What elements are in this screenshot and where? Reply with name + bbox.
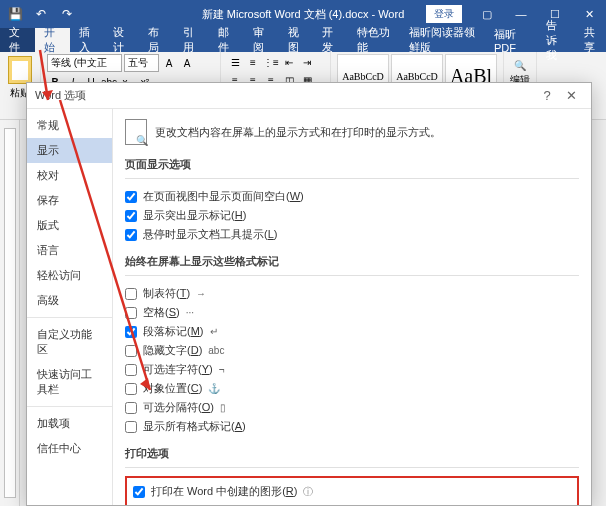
option-row: 空格(S)··· — [125, 303, 579, 322]
option-label: 空格(S) — [143, 305, 180, 320]
sidebar-item-advanced[interactable]: 高级 — [27, 288, 112, 313]
info-icon[interactable]: ⓘ — [303, 485, 313, 499]
save-icon[interactable]: 💾 — [4, 3, 26, 25]
sidebar-item-save[interactable]: 保存 — [27, 188, 112, 213]
option-checkbox[interactable] — [125, 345, 137, 357]
option-checkbox[interactable] — [125, 326, 137, 338]
tab-home[interactable]: 开始 — [35, 28, 70, 52]
login-button[interactable]: 登录 — [426, 5, 462, 23]
options-content: 更改文档内容在屏幕上的显示方式和在打印时的显示方式。 页面显示选项 在页面视图中… — [113, 109, 591, 505]
option-label: 隐藏文字(D) — [143, 343, 202, 358]
option-checkbox[interactable] — [133, 486, 145, 498]
format-mark-icon: ↵ — [210, 326, 236, 337]
option-label: 可选分隔符(O) — [143, 400, 214, 415]
dialog-close-icon[interactable]: ✕ — [559, 88, 583, 103]
section-page-display: 页面显示选项 — [125, 157, 579, 172]
word-options-dialog: Word 选项 ? ✕ 常规 显示 校对 保存 版式 语言 轻松访问 高级 自定… — [26, 82, 592, 506]
option-row: 制表符(T)→ — [125, 284, 579, 303]
sidebar-item-qat[interactable]: 快速访问工具栏 — [27, 362, 112, 402]
tab-special[interactable]: 特色功能 — [348, 28, 400, 52]
section-print-options: 打印选项 — [125, 446, 579, 461]
option-checkbox[interactable] — [125, 364, 137, 376]
undo-icon[interactable]: ↶ — [30, 3, 52, 25]
find-icon: 🔍 — [514, 60, 526, 71]
tab-review[interactable]: 审阅 — [244, 28, 279, 52]
option-label: 悬停时显示文档工具提示(L) — [143, 227, 277, 242]
option-label: 对象位置(C) — [143, 381, 202, 396]
tell-me[interactable]: 告诉我 — [537, 28, 575, 52]
option-checkbox[interactable] — [125, 210, 137, 222]
option-checkbox[interactable] — [125, 383, 137, 395]
highlighted-option: 打印在 Word 中创建的图形(R)ⓘ — [125, 476, 579, 505]
tab-layout[interactable]: 布局 — [139, 28, 174, 52]
option-label: 可选连字符(Y) — [143, 362, 213, 377]
format-mark-icon: abc — [208, 345, 234, 356]
option-checkbox[interactable] — [125, 307, 137, 319]
option-row: 在页面视图中显示页面间空白(W) — [125, 187, 579, 206]
ribbon-collapse-icon[interactable]: ▢ — [470, 0, 504, 28]
format-mark-icon: ⚓ — [208, 383, 234, 394]
tab-references[interactable]: 引用 — [174, 28, 209, 52]
sidebar-item-trust[interactable]: 信任中心 — [27, 436, 112, 461]
option-row: 打印在 Word 中创建的图形(R)ⓘ — [133, 482, 571, 501]
format-mark-icon: ▯ — [220, 402, 246, 413]
page-display-icon — [125, 119, 147, 145]
sidebar-item-layout[interactable]: 版式 — [27, 213, 112, 238]
document-title: 新建 Microsoft Word 文档 (4).docx - Word — [202, 7, 405, 22]
title-bar: 💾 ↶ ↷ 新建 Microsoft Word 文档 (4).docx - Wo… — [0, 0, 606, 28]
sidebar-item-customize-ribbon[interactable]: 自定义功能区 — [27, 322, 112, 362]
ribbon-tabs: 文件 开始 插入 设计 布局 引用 邮件 审阅 视图 开发 特色功能 福昕阅读器… — [0, 28, 606, 52]
format-mark-icon: ··· — [186, 307, 212, 318]
option-checkbox[interactable] — [125, 191, 137, 203]
multilevel-icon[interactable]: ⋮≡ — [263, 54, 279, 70]
numbering-icon[interactable]: ≡ — [245, 54, 261, 70]
redo-icon[interactable]: ↷ — [56, 3, 78, 25]
sidebar-item-addins[interactable]: 加载项 — [27, 411, 112, 436]
option-label: 显示所有格式标记(A) — [143, 419, 246, 434]
tab-design[interactable]: 设计 — [104, 28, 139, 52]
option-checkbox[interactable] — [125, 288, 137, 300]
format-mark-icon: → — [196, 288, 222, 299]
tab-view[interactable]: 视图 — [279, 28, 314, 52]
section-format-marks: 始终在屏幕上显示这些格式标记 — [125, 254, 579, 269]
option-label: 显示突出显示标记(H) — [143, 208, 246, 223]
option-checkbox[interactable] — [125, 229, 137, 241]
format-mark-icon: ¬ — [219, 364, 245, 375]
sidebar-item-ease[interactable]: 轻松访问 — [27, 263, 112, 288]
option-checkbox[interactable] — [125, 402, 137, 414]
content-header-text: 更改文档内容在屏幕上的显示方式和在打印时的显示方式。 — [155, 125, 441, 140]
dialog-help-icon[interactable]: ? — [535, 88, 559, 103]
tab-insert[interactable]: 插入 — [70, 28, 105, 52]
font-name-select[interactable]: 等线 (中文正 — [47, 54, 122, 72]
option-row: 显示突出显示标记(H) — [125, 206, 579, 225]
vertical-ruler — [0, 120, 20, 506]
tab-developer[interactable]: 开发 — [313, 28, 348, 52]
tab-mailings[interactable]: 邮件 — [209, 28, 244, 52]
sidebar-item-display[interactable]: 显示 — [27, 138, 112, 163]
indent-dec-icon[interactable]: ⇤ — [281, 54, 297, 70]
tab-file[interactable]: 文件 — [0, 28, 35, 52]
sidebar-item-proofing[interactable]: 校对 — [27, 163, 112, 188]
option-label: 打印在 Word 中创建的图形(R) — [151, 484, 297, 499]
close-icon[interactable]: ✕ — [572, 0, 606, 28]
clipboard-icon — [8, 56, 32, 84]
dialog-title: Word 选项 — [35, 88, 86, 103]
indent-inc-icon[interactable]: ⇥ — [299, 54, 315, 70]
minimize-icon[interactable]: — — [504, 0, 538, 28]
tab-foxit2[interactable]: 福昕PDF — [485, 28, 537, 52]
option-row: 显示所有格式标记(A) — [125, 417, 579, 436]
bullets-icon[interactable]: ☰ — [227, 54, 243, 70]
options-sidebar: 常规 显示 校对 保存 版式 语言 轻松访问 高级 自定义功能区 快速访问工具栏… — [27, 109, 113, 505]
tab-foxit1[interactable]: 福昕阅读器领鲜版 — [400, 28, 485, 52]
option-checkbox[interactable] — [125, 421, 137, 433]
option-label: 在页面视图中显示页面间空白(W) — [143, 189, 304, 204]
sidebar-item-language[interactable]: 语言 — [27, 238, 112, 263]
share-button[interactable]: 共享 — [575, 28, 606, 52]
grow-font-icon[interactable]: A — [161, 55, 177, 71]
option-row: 对象位置(C)⚓ — [125, 379, 579, 398]
shrink-font-icon[interactable]: A — [179, 55, 195, 71]
option-row: 可选连字符(Y)¬ — [125, 360, 579, 379]
font-size-select[interactable]: 五号 — [124, 54, 159, 72]
sidebar-item-general[interactable]: 常规 — [27, 113, 112, 138]
option-row: 可选分隔符(O)▯ — [125, 398, 579, 417]
